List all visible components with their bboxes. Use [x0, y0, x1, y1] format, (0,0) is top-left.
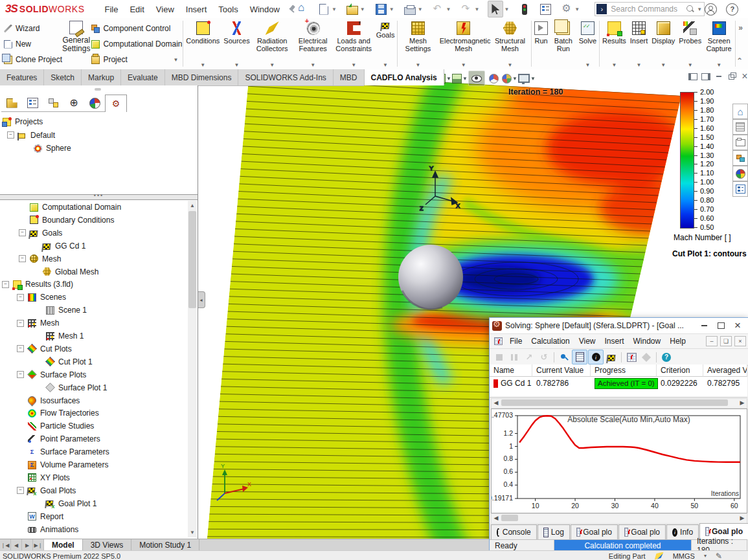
- model-tab-3d-views[interactable]: 3D Views: [83, 539, 131, 551]
- search-box[interactable]: › ▼: [595, 2, 705, 16]
- tree-item-scene-1[interactable]: Scene 1: [0, 304, 187, 317]
- tree-item-animations[interactable]: Animations: [0, 523, 187, 536]
- panel-tab-flow-simulation[interactable]: ⚙: [105, 95, 127, 112]
- solve-button[interactable]: Solve▼: [577, 18, 599, 69]
- tree-item-report[interactable]: WReport: [0, 510, 187, 523]
- ribbon-collapse-icon[interactable]: ⌃: [736, 56, 743, 65]
- window-layout-button[interactable]: [732, 150, 748, 166]
- column-header-progress[interactable]: Progress: [591, 364, 657, 377]
- document-minimize-button[interactable]: [714, 72, 723, 81]
- new-file-button[interactable]: [317, 1, 331, 17]
- goal-plot-button[interactable]: [624, 350, 639, 364]
- expand-toggle-icon[interactable]: −: [2, 281, 9, 288]
- tab-markup[interactable]: Markup: [82, 69, 121, 85]
- dropdown-caret-icon[interactable]: ▼: [383, 62, 388, 68]
- model-tab-motion-study-1[interactable]: Motion Study 1: [131, 539, 199, 551]
- display-button[interactable]: Display▼: [650, 18, 677, 69]
- dropdown-caret-icon[interactable]: ▼: [461, 62, 466, 68]
- scrollbar-thumb[interactable]: [501, 399, 728, 406]
- menu-tools[interactable]: Tools: [212, 0, 244, 18]
- tree-item-default[interactable]: −Default: [0, 129, 187, 142]
- batch-run-button[interactable]: Batch Run: [550, 18, 577, 69]
- solver-monitor-window[interactable]: Solving: Sphere [Default] (Sfera.SLDPRT)…: [489, 317, 748, 552]
- dropdown-caret-icon[interactable]: ▼: [462, 76, 468, 82]
- dropdown-caret-icon[interactable]: ▼: [351, 62, 356, 68]
- document-close-button[interactable]: [740, 72, 748, 81]
- tab-cadflo-analysis[interactable]: CADFLO Analysis: [365, 69, 444, 85]
- tree-item-goal-plot-1[interactable]: Goal Plot 1: [0, 497, 187, 510]
- mdi-close-button[interactable]: ×: [734, 336, 746, 346]
- tree-item-mesh-1[interactable]: Mesh 1: [0, 330, 187, 342]
- probes-button[interactable]: Probes▼: [677, 18, 703, 69]
- insert-button[interactable]: Insert▼: [628, 18, 650, 69]
- column-header-current-value[interactable]: Current Value: [532, 364, 591, 377]
- tree-item-particle-studies[interactable]: Particle Studies: [0, 420, 187, 432]
- rebuild-lights-button[interactable]: [517, 1, 532, 17]
- solver-minimize-button[interactable]: [696, 319, 712, 332]
- select-button[interactable]: [488, 1, 503, 17]
- new-button[interactable]: New: [4, 36, 62, 52]
- tree-item-volume-parameters[interactable]: ΣVolume Parameters: [0, 458, 187, 471]
- panel-tab-part-design[interactable]: [1, 95, 22, 112]
- dropdown-caret-icon[interactable]: ▼: [661, 62, 666, 68]
- appearances-button[interactable]: [732, 166, 748, 181]
- scroll-left-icon[interactable]: ◀: [492, 514, 501, 522]
- component-visibility-button[interactable]: [732, 119, 748, 135]
- solver-tab-log[interactable]: Log: [538, 524, 570, 539]
- loads-and-constraints-button[interactable]: Loads and Constraints▼: [334, 18, 374, 69]
- panel-grip[interactable]: [95, 88, 101, 91]
- dropdown-caret-icon[interactable]: ▼: [637, 62, 642, 68]
- tab-solidworks-add-ins[interactable]: SOLIDWORKS Add-Ins: [238, 69, 333, 85]
- component-control-button[interactable]: Component Control: [91, 21, 182, 36]
- solver-close-button[interactable]: [729, 319, 746, 332]
- radiation-collectors-button[interactable]: Radiation Collectors▼: [252, 18, 293, 69]
- save-button[interactable]: [374, 1, 389, 17]
- tree-scrollbar[interactable]: ▲ ▼: [188, 201, 197, 537]
- tree-item-gg-cd-1[interactable]: GG Cd 1: [0, 240, 187, 252]
- tree-item-cut-plot-1[interactable]: Cut Plot 1: [0, 355, 187, 368]
- solver-menu-insert[interactable]: Insert: [600, 337, 629, 346]
- dropdown-caret-icon[interactable]: ▼: [512, 76, 517, 82]
- next-tab-button[interactable]: ▶: [22, 539, 33, 551]
- electrical-features-button[interactable]: Electrical Features▼: [293, 18, 334, 69]
- menu-window[interactable]: Window: [244, 0, 286, 18]
- dropdown-caret-icon[interactable]: ▼: [418, 6, 423, 12]
- legend-colorbar[interactable]: [680, 92, 694, 229]
- column-header-averaged-value[interactable]: Averaged Value: [703, 364, 747, 377]
- tree-item-computational-domain[interactable]: Computational Domain: [0, 201, 187, 214]
- home-button[interactable]: [296, 1, 310, 17]
- dropdown-caret-icon[interactable]: ▼: [504, 6, 509, 12]
- column-header-criterion[interactable]: Criterion: [657, 364, 703, 377]
- first-tab-button[interactable]: ❘◀: [0, 539, 11, 551]
- mdi-minimize-button[interactable]: –: [706, 336, 718, 346]
- last-tab-button[interactable]: ▶❘: [33, 539, 44, 551]
- solver-tab-console[interactable]: Console: [491, 524, 537, 539]
- annotation-pen-icon[interactable]: ✎: [716, 552, 722, 560]
- project-button[interactable]: Project▼: [91, 52, 182, 67]
- tree-item-global-mesh[interactable]: Global Mesh: [0, 265, 187, 278]
- structural-mesh-button[interactable]: Structural Mesh▼: [490, 18, 531, 69]
- panel-splitter-handle[interactable]: ◂: [198, 291, 205, 308]
- ribbon-overflow-button[interactable]: »: [738, 23, 743, 32]
- expand-toggle-icon[interactable]: −: [17, 345, 24, 352]
- solver-tab-info[interactable]: iInfo: [666, 524, 699, 539]
- scroll-down-icon[interactable]: ▼: [188, 528, 197, 537]
- dropdown-caret-icon[interactable]: ▼: [174, 57, 179, 63]
- search-input[interactable]: [609, 4, 686, 14]
- help-button[interactable]: ?: [659, 350, 674, 364]
- panel-tab-dimxpert[interactable]: ⊕: [63, 95, 84, 112]
- goals-button[interactable]: [604, 350, 618, 364]
- insert-goal-button[interactable]: [639, 350, 653, 364]
- sources-button[interactable]: Sources▼: [221, 18, 251, 69]
- scroll-right-icon[interactable]: ▶: [738, 514, 747, 522]
- dropdown-caret-icon[interactable]: ▼: [688, 62, 693, 68]
- menu-file[interactable]: File: [98, 0, 124, 18]
- dropdown-caret-icon[interactable]: ▼: [200, 62, 205, 68]
- dropdown-caret-icon[interactable]: ▼: [585, 62, 590, 68]
- panel-tab-feature-manager[interactable]: [22, 95, 43, 112]
- print-button[interactable]: [403, 1, 417, 17]
- expand-toggle-icon[interactable]: −: [17, 371, 24, 378]
- apply-scene-button[interactable]: ▼: [502, 71, 517, 85]
- solver-titlebar[interactable]: Solving: Sphere [Default] (Sfera.SLDPRT)…: [490, 318, 748, 334]
- table-hscrollbar[interactable]: ◀ ▶: [491, 398, 747, 409]
